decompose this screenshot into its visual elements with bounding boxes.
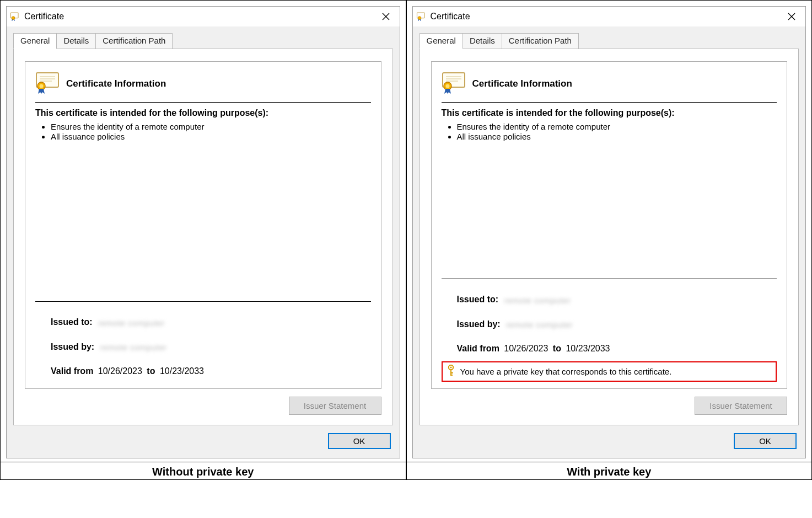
tab-strip: General Details Certification Path xyxy=(420,33,799,49)
left-panel: Certificate General Details Certificatio… xyxy=(0,0,406,462)
window-title: Certificate xyxy=(431,12,777,22)
certificate-icon xyxy=(10,11,20,23)
certificate-ribbon-icon xyxy=(35,72,60,95)
private-key-text: You have a private key that corresponds … xyxy=(460,367,672,376)
dialog-buttons: OK xyxy=(13,425,393,451)
issued-by-label: Issued by: xyxy=(457,319,501,329)
ok-button[interactable]: OK xyxy=(328,433,391,449)
valid-to-label: to xyxy=(147,366,155,376)
svg-point-7 xyxy=(40,84,44,88)
tab-details[interactable]: Details xyxy=(463,33,502,49)
tab-panel-general: Certificate Information This certificate… xyxy=(13,49,393,425)
purpose-title: This certificate is intended for the fol… xyxy=(35,108,371,118)
certificate-ribbon-icon xyxy=(442,72,466,95)
issued-by-row: Issued by: remote computer xyxy=(51,342,371,352)
certificate-dialog: Certificate General Details Certificatio… xyxy=(6,6,400,458)
left-caption: Without private key xyxy=(0,462,406,480)
issuance-block: Issued to: remote computer Issued by: re… xyxy=(442,279,777,359)
issuer-statement-button: Issuer Statement xyxy=(695,397,787,415)
certificate-info-header: Certificate Information xyxy=(35,72,371,103)
tab-general[interactable]: General xyxy=(13,33,57,49)
issued-by-value: remote computer xyxy=(100,343,167,352)
issued-to-value: remote computer xyxy=(504,296,571,305)
window-title: Certificate xyxy=(24,12,371,22)
certificate-info-box: Certificate Information This certificate… xyxy=(25,61,381,389)
dialog-buttons: OK xyxy=(420,425,799,451)
issuer-statement-row: Issuer Statement xyxy=(25,397,381,415)
tab-strip: General Details Certification Path xyxy=(13,33,393,49)
issued-by-value: remote computer xyxy=(506,320,573,329)
svg-rect-19 xyxy=(450,372,453,373)
valid-from-date: 10/26/2023 xyxy=(98,366,142,376)
purpose-item: All issuance policies xyxy=(457,132,777,141)
close-button[interactable] xyxy=(781,9,802,24)
valid-from-label: Valid from xyxy=(457,344,499,353)
certificate-info-title: Certificate Information xyxy=(472,78,572,89)
purpose-item: Ensures the identity of a remote compute… xyxy=(457,122,777,131)
issuer-statement-button: Issuer Statement xyxy=(289,397,381,415)
valid-from-date: 10/26/2023 xyxy=(504,344,548,353)
tab-general[interactable]: General xyxy=(420,33,463,49)
ok-button[interactable]: OK xyxy=(734,433,797,449)
close-button[interactable] xyxy=(375,9,396,24)
issued-to-label: Issued to: xyxy=(51,317,93,327)
client-area: General Details Certification Path xyxy=(7,26,400,458)
purpose-item: All issuance policies xyxy=(51,132,371,141)
key-icon xyxy=(446,365,456,378)
tab-panel-general: Certificate Information This certificate… xyxy=(420,49,799,425)
svg-rect-20 xyxy=(450,375,453,376)
svg-point-17 xyxy=(450,366,451,368)
issued-by-label: Issued by: xyxy=(51,342,94,351)
certificate-info-box: Certificate Information This certificate… xyxy=(431,61,788,389)
tab-certification-path[interactable]: Certification Path xyxy=(502,33,579,49)
valid-to-label: to xyxy=(553,344,561,353)
issuance-block: Issued to: remote computer Issued by: re… xyxy=(35,302,371,382)
svg-point-1 xyxy=(12,16,15,19)
certificate-icon xyxy=(416,11,426,23)
purpose-title: This certificate is intended for the fol… xyxy=(442,108,777,118)
issued-to-row: Issued to: remote computer xyxy=(51,317,371,327)
right-caption: With private key xyxy=(406,462,813,480)
issued-to-row: Issued to: remote computer xyxy=(457,295,777,305)
valid-from-label: Valid from xyxy=(51,366,93,376)
certificate-info-title: Certificate Information xyxy=(66,78,166,89)
titlebar: Certificate xyxy=(413,7,806,26)
client-area: General Details Certification Path xyxy=(413,26,806,458)
valid-to-date: 10/23/2033 xyxy=(160,366,204,376)
certificate-info-header: Certificate Information xyxy=(442,72,777,103)
issued-to-value: remote computer xyxy=(98,318,165,328)
issued-by-row: Issued by: remote computer xyxy=(457,319,777,329)
purpose-list: Ensures the identity of a remote compute… xyxy=(39,121,371,142)
right-panel: Certificate General Details Certificatio… xyxy=(406,0,813,462)
tab-details[interactable]: Details xyxy=(56,33,96,49)
issued-to-label: Issued to: xyxy=(457,295,499,304)
certificate-dialog: Certificate General Details Certificatio… xyxy=(412,6,806,458)
titlebar: Certificate xyxy=(7,7,400,26)
svg-point-15 xyxy=(445,84,449,88)
valid-to-date: 10/23/2033 xyxy=(566,344,610,353)
issuer-statement-row: Issuer Statement xyxy=(431,397,788,415)
valid-row: Valid from 10/26/2023 to 10/23/2033 xyxy=(457,344,777,354)
purpose-item: Ensures the identity of a remote compute… xyxy=(51,122,371,131)
purpose-list: Ensures the identity of a remote compute… xyxy=(445,121,777,142)
private-key-notice: You have a private key that corresponds … xyxy=(442,361,777,382)
svg-point-9 xyxy=(418,16,421,19)
tab-certification-path[interactable]: Certification Path xyxy=(95,33,173,49)
valid-row: Valid from 10/26/2023 to 10/23/2033 xyxy=(51,366,371,376)
